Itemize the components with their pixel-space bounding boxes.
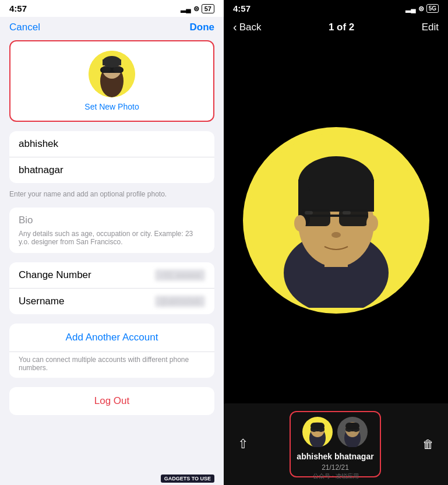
main-avatar — [243, 127, 429, 314]
delete-icon[interactable]: 🗑 — [422, 438, 434, 451]
nav-bar-right: ‹ Back 1 of 2 Edit — [224, 17, 448, 37]
svg-rect-29 — [311, 423, 324, 430]
svg-rect-18 — [305, 211, 313, 215]
avatar-svg-small — [89, 51, 135, 97]
chevron-left-icon: ‹ — [233, 20, 237, 34]
name-form-section: abhishek bhatnagar — [9, 131, 214, 183]
5g-badge: 5G — [426, 4, 439, 13]
signal-icon-right: ▂▄ — [405, 5, 416, 13]
svg-point-21 — [294, 215, 306, 231]
svg-rect-36 — [345, 423, 359, 430]
back-label: Back — [239, 22, 262, 33]
back-button[interactable]: ‹ Back — [233, 20, 261, 34]
left-panel: 4:57 ▂▄ ⊜ 57 Cancel Done S — [0, 0, 224, 485]
main-photo-area — [224, 37, 448, 403]
signal-icon: ▂▄ — [181, 5, 191, 13]
status-icons-right: ▂▄ ⊜ 5G — [405, 4, 439, 13]
status-bar-right: 4:57 ▂▄ ⊜ 5G — [224, 0, 448, 17]
wifi-icon: ⊜ — [193, 5, 199, 13]
battery-icon: 57 — [202, 4, 214, 13]
last-name-field[interactable]: bhatnagar — [9, 157, 214, 183]
thumbnail-images — [302, 417, 368, 449]
nav-bar-left: Cancel Done — [0, 17, 224, 36]
svg-point-22 — [366, 215, 378, 231]
profile-photo-section[interactable]: Set New Photo — [9, 40, 214, 122]
add-account-hint: You can connect multiple accounts with d… — [9, 352, 214, 378]
done-button[interactable]: Done — [190, 22, 215, 33]
watermark-badge: GADGETS TO USE — [161, 475, 214, 483]
svg-point-20 — [331, 232, 341, 238]
watermark-left: GADGETS TO USE — [0, 472, 224, 485]
wechat-watermark: 公众号 · 凌锐应用 — [313, 472, 358, 480]
cancel-button[interactable]: Cancel — [9, 22, 40, 33]
status-bar-left: 4:57 ▂▄ ⊜ 57 — [0, 0, 224, 17]
logout-section: Log Out — [9, 387, 214, 415]
wifi-icon-right: ⊜ — [418, 5, 424, 13]
add-account-button[interactable]: Add Another Account — [9, 324, 214, 352]
change-section: Change Number +91 ●●●●● Username @abhish… — [9, 262, 214, 314]
username-value: @abhishek — [155, 296, 205, 307]
bio-section[interactable]: Bio Any details such as age, occupation … — [9, 208, 214, 253]
first-name-field[interactable]: abhishek — [9, 131, 214, 157]
thumbnail-name: abhishek bhatnagar — [297, 452, 373, 461]
change-number-label: Change Number — [19, 269, 91, 281]
share-icon[interactable]: ⇧ — [238, 437, 248, 452]
avatar-small — [89, 51, 135, 97]
time-right: 4:57 — [233, 3, 251, 13]
phone-value: +91 ●●●●● — [155, 269, 205, 281]
thumb-avatar-1 — [302, 417, 333, 447]
logout-button[interactable]: Log Out — [9, 387, 214, 415]
status-icons-left: ▂▄ ⊜ 57 — [181, 4, 214, 13]
bio-placeholder[interactable]: Bio — [19, 215, 205, 226]
thumbnail-selection: abhishek bhatnagar 21/12/21 — [290, 411, 380, 477]
thumbnail-date: 21/12/21 — [322, 463, 349, 472]
username-row[interactable]: Username @abhishek — [9, 289, 214, 314]
add-account-section: Add Another Account You can connect mult… — [9, 324, 214, 378]
photo-counter: 1 of 2 — [329, 22, 354, 33]
time-left: 4:57 — [9, 3, 27, 13]
thumb-avatar-2 — [337, 417, 368, 447]
bio-hint: Any details such as age, occupation or c… — [19, 230, 205, 246]
svg-rect-7 — [103, 59, 121, 65]
main-avatar-svg — [249, 133, 424, 308]
svg-rect-19 — [343, 211, 351, 215]
username-label: Username — [19, 296, 64, 307]
right-panel: 4:57 ▂▄ ⊜ 5G ‹ Back 1 of 2 Edit — [224, 0, 448, 485]
name-hint: Enter your name and add an optional prof… — [0, 188, 224, 203]
thumb-1[interactable] — [302, 417, 333, 449]
thumb-2[interactable] — [337, 417, 368, 449]
set-photo-label[interactable]: Set New Photo — [84, 102, 139, 111]
edit-button[interactable]: Edit — [422, 22, 439, 33]
change-number-row[interactable]: Change Number +91 ●●●●● — [9, 262, 214, 289]
